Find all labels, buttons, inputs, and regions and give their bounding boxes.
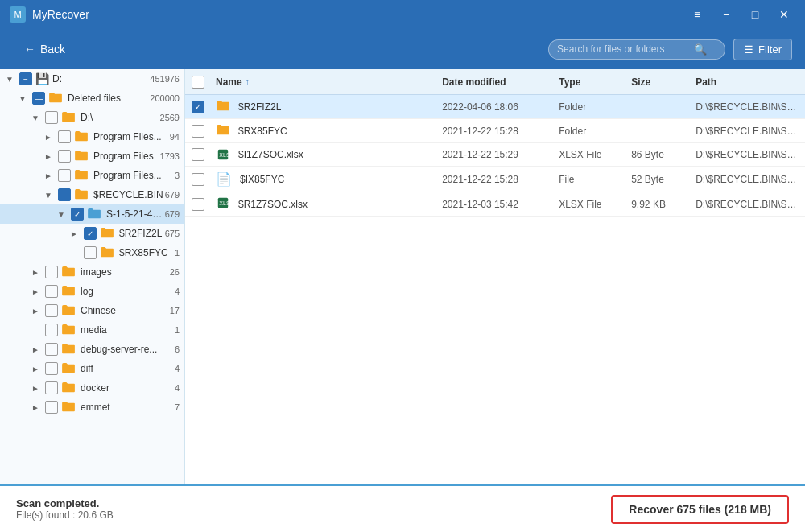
images-checkbox[interactable] [45,266,58,278]
toolbar-right: 🔍 ☰ Filter [548,39,792,60]
pf1-checkbox[interactable] [58,130,71,143]
d-root-count: 2569 [160,113,180,122]
folder-icon [87,208,103,221]
sidebar-item-chinese[interactable]: ► Chinese 17 [0,301,184,320]
file-table-header: Name ↑ Date modified Type Size Path [185,69,805,95]
row-checkbox[interactable] [192,173,204,186]
table-row[interactable]: $RX85FYC 2021-12-22 15:28 Folder D:\$REC… [185,119,805,143]
docker-checkbox[interactable] [45,381,58,394]
sidebar-item-recycle-bin[interactable]: ▼ ― $RECYCLE.BIN 679 [0,185,184,204]
folder-icon [61,381,77,394]
rx85fyc-checkbox[interactable] [84,246,97,259]
recycle-count: 679 [165,190,180,200]
toolbar: ← Back 🔍 ☰ Filter [0,29,805,69]
sidebar-item-drive-d[interactable]: ▼ − 💾 D: 451976 [0,69,184,89]
minimize-button[interactable]: − [715,3,737,26]
r2fiz2l-checkbox[interactable]: ✓ [84,227,97,240]
sidebar-item-images[interactable]: ► images 26 [0,262,184,282]
folder-icon [61,266,77,278]
s121-checkbox[interactable]: ✓ [71,208,84,221]
back-button[interactable]: ← Back [13,38,76,60]
folder-icon [61,324,77,336]
back-label: Back [40,43,65,56]
sidebar-item-d-root[interactable]: ▼ D:\ 2569 [0,108,184,127]
expand-icon: ► [42,171,55,180]
debug-checkbox[interactable] [45,343,58,356]
media-label: media [80,324,175,336]
sidebar-item-program-files-1[interactable]: ► Program Files... 94 [0,127,184,146]
table-row[interactable]: XLS $R1Z7SOC.xlsx 2021-12-03 15:42 XLSX … [185,192,805,217]
row-date: 2021-12-22 15:29 [442,149,559,160]
row-checkbox[interactable] [192,148,204,161]
sidebar-item-rx85fyc[interactable]: ► $RX85FYC 1 [0,243,184,262]
folder-icon [74,150,90,163]
filter-button[interactable]: ☰ Filter [733,39,792,60]
row-checkbox[interactable]: ✓ [192,101,204,113]
drive-icon: 💾 [35,72,49,85]
sidebar-item-media[interactable]: ► media 1 [0,320,184,340]
row-name: $RX85FYC [238,126,287,137]
pf3-checkbox[interactable] [58,169,71,182]
header-size[interactable]: Size [631,76,696,88]
sidebar-item-s-1-5-21[interactable]: ▼ ✓ S-1-5-21-46... 679 [0,204,184,224]
folder-icon [216,124,230,138]
folder-icon [61,304,77,317]
rx85fyc-label: $RX85FYC [119,247,175,258]
sidebar-item-emmet[interactable]: ► emmet 7 [0,398,184,417]
drive-checkbox[interactable]: − [19,72,32,85]
chinese-checkbox[interactable] [45,304,58,317]
row-name-col: 📄 $IX85FYC [216,171,442,187]
sidebar-item-deleted-files[interactable]: ▼ ― Deleted files 200000 [0,89,184,108]
header-path[interactable]: Path [696,76,799,88]
recycle-checkbox[interactable]: ― [58,188,71,201]
sidebar-item-r2fiz2l[interactable]: ► ✓ $R2FIZ2L 675 [0,224,184,243]
svg-text:XLS: XLS [219,152,230,158]
close-button[interactable]: ✕ [773,3,795,26]
table-row[interactable]: ✓ $R2FIZ2L 2022-04-06 18:06 Folder D:\$R… [185,95,805,119]
app-icon: M [10,6,26,23]
log-checkbox[interactable] [45,285,58,298]
search-input[interactable] [557,43,694,55]
header-type[interactable]: Type [559,76,631,88]
sidebar-item-log[interactable]: ► log 4 [0,282,184,301]
header-check[interactable] [192,76,216,89]
expand-icon: ► [29,287,42,296]
expand-icon: ▼ [55,210,68,219]
row-check-col: ✓ [192,101,216,113]
sidebar-item-docker[interactable]: ► docker 4 [0,378,184,398]
sidebar-item-diff[interactable]: ► diff 4 [0,359,184,378]
row-check-col [192,125,216,138]
row-date: 2022-04-06 18:06 [442,101,559,113]
menu-button[interactable]: ≡ [686,3,708,26]
sidebar-item-debug-server[interactable]: ► debug-server-re... 6 [0,340,184,359]
row-type: Folder [559,126,631,137]
media-checkbox[interactable] [45,324,58,336]
header-date[interactable]: Date modified [442,76,559,88]
d-root-checkbox[interactable] [45,111,58,124]
search-box[interactable]: 🔍 [548,39,725,60]
row-checkbox[interactable] [192,198,204,211]
maximize-button[interactable]: □ [744,3,766,26]
row-name-col: $RX85FYC [216,124,442,138]
row-check-col [192,198,216,211]
expand-icon: ► [29,365,42,373]
log-count: 4 [175,287,180,296]
pf2-checkbox[interactable] [58,150,71,163]
table-row[interactable]: 📄 $IX85FYC 2021-12-22 15:28 File 52 Byte… [185,167,805,192]
row-checkbox[interactable] [192,125,204,138]
folder-icon [74,169,90,182]
deleted-checkbox[interactable]: ― [32,92,45,105]
header-checkbox[interactable] [192,76,204,89]
recycle-label: $RECYCLE.BIN [93,189,165,200]
folder-icon [216,100,230,113]
header-name[interactable]: Name ↑ [216,76,442,88]
diff-checkbox[interactable] [45,362,58,375]
docker-count: 4 [175,383,180,393]
expand-icon: ► [29,345,42,354]
row-name-col: XLS $R1Z7SOC.xlsx [216,197,442,211]
emmet-checkbox[interactable] [45,401,58,414]
sidebar-item-program-files-3[interactable]: ► Program Files... 3 [0,166,184,185]
table-row[interactable]: XLS $I1Z7SOC.xlsx 2021-12-22 15:29 XLSX … [185,143,805,167]
sidebar-item-program-files-2[interactable]: ► Program Files 1793 [0,146,184,166]
recover-button[interactable]: Recover 675 files (218 MB) [611,495,789,524]
